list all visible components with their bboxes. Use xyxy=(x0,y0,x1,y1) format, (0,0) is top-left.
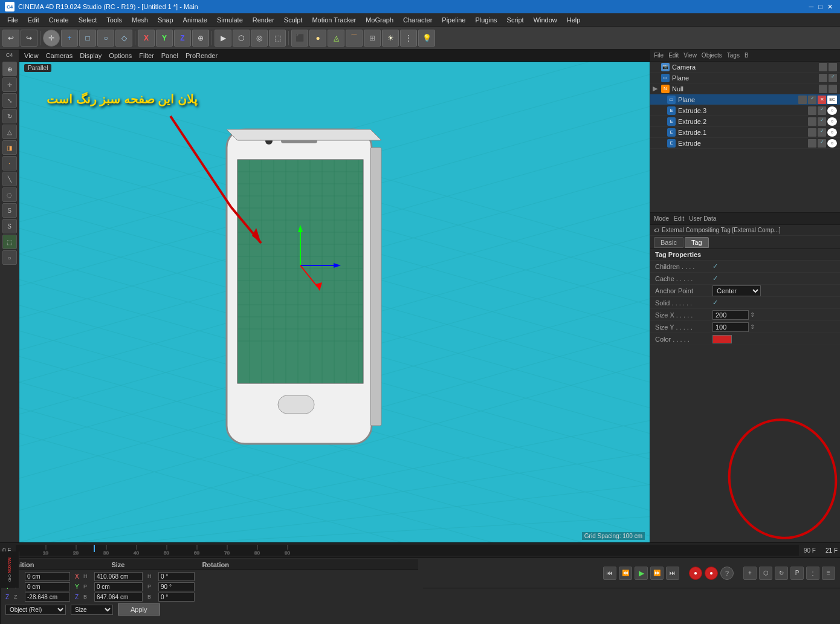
menu-render[interactable]: Render xyxy=(248,15,279,25)
grid3d[interactable]: ⋮ xyxy=(400,30,417,47)
apply-button[interactable]: Apply xyxy=(118,603,160,616)
menu-animate[interactable]: Animate xyxy=(178,15,212,25)
obj-extrude1[interactable]: E Extrude.1 ✓ ○ xyxy=(650,127,840,138)
menu-file[interactable]: File xyxy=(2,15,23,25)
light-icon[interactable]: 💡 xyxy=(418,30,435,47)
obj-camera[interactable]: 📷 Camera xyxy=(650,62,840,73)
cube3d[interactable]: ⬛ xyxy=(291,30,308,47)
window-maximize[interactable]: □ xyxy=(818,3,822,10)
record-btn[interactable]: ● xyxy=(689,567,702,580)
size-mode-dropdown[interactable]: Size Scale xyxy=(71,605,113,615)
menu-motiontracker[interactable]: Motion Tracker xyxy=(307,15,361,25)
vp-prorender[interactable]: ProRender xyxy=(186,52,218,59)
obj-extrude3[interactable]: E Extrude.3 ✓ ○ xyxy=(650,105,840,116)
left-tool-polygon[interactable]: △ xyxy=(2,125,17,139)
bend[interactable]: ⌒ xyxy=(346,30,363,47)
prop-sizex-spinner[interactable]: ⇕ xyxy=(750,311,755,318)
left-tool-select[interactable]: ⊕ xyxy=(2,62,17,76)
psr-rot-h-input[interactable] xyxy=(158,572,195,581)
cube-tool[interactable]: □ xyxy=(79,30,96,47)
x-axis[interactable]: X xyxy=(138,30,155,47)
transport-play[interactable]: ▶ xyxy=(635,567,648,580)
prop-sizey-input[interactable] xyxy=(712,322,749,332)
light3d[interactable]: ☀ xyxy=(382,30,399,47)
prop-sizex-input[interactable] xyxy=(712,310,749,320)
obj-plane-1[interactable]: ▭ Plane ✓ xyxy=(650,73,840,83)
menu-script[interactable]: Script xyxy=(502,15,529,25)
z-axis[interactable]: Z xyxy=(174,30,191,47)
deform[interactable]: ◬ xyxy=(328,30,344,47)
menu-sculpt[interactable]: Sculpt xyxy=(279,15,308,25)
vp-options[interactable]: Options xyxy=(109,52,132,59)
move-tool[interactable]: ✛ xyxy=(43,30,60,47)
menu-tools[interactable]: Tools xyxy=(102,15,127,25)
menu-simulate[interactable]: Simulate xyxy=(212,15,248,25)
menu-create[interactable]: Create xyxy=(44,15,74,25)
psr-pos-z-input[interactable] xyxy=(25,593,70,602)
menu-edit[interactable]: Edit xyxy=(23,15,44,25)
props-edit[interactable]: Edit xyxy=(674,215,684,222)
keyframe-btn[interactable]: ⬡ xyxy=(233,30,250,47)
menu-help[interactable]: Help xyxy=(562,15,586,25)
psr-pos-x-input[interactable] xyxy=(25,572,70,581)
obj-extrude[interactable]: E Extrude ✓ ○ xyxy=(650,138,840,149)
left-tool-scale[interactable]: ⤡ xyxy=(2,93,17,108)
region-render[interactable]: ⬚ xyxy=(269,30,286,47)
objmgr-b[interactable]: B xyxy=(745,52,749,59)
loop-btn[interactable]: ↻ xyxy=(775,567,788,580)
menu-select[interactable]: Select xyxy=(74,15,102,25)
left-tool-edge[interactable]: ◨ xyxy=(2,140,17,155)
psr-size-y-input[interactable] xyxy=(94,582,143,591)
menu-window[interactable]: Window xyxy=(529,15,562,25)
timeline-options[interactable]: ≡ xyxy=(822,567,835,580)
rotate-tool[interactable]: ○ xyxy=(97,30,114,47)
prop-children-check[interactable]: ✓ xyxy=(712,262,718,270)
psr-rot-p-input[interactable] xyxy=(158,582,195,591)
key-mode-btn[interactable]: ⬡ xyxy=(759,567,772,580)
obj-plane-selected[interactable]: ▭ Plane ✓ ✕ EC xyxy=(650,94,840,105)
window-close[interactable]: ✕ xyxy=(827,3,833,11)
menu-pipeline[interactable]: Pipeline xyxy=(437,15,470,25)
transport-next[interactable]: ⏩ xyxy=(650,567,664,580)
prop-cache-check[interactable]: ✓ xyxy=(712,275,718,282)
props-userdata[interactable]: User Data xyxy=(689,215,716,222)
left-tool-brush[interactable]: S xyxy=(2,219,17,233)
y-axis[interactable]: Y xyxy=(156,30,173,47)
grid-btn[interactable]: ⋮ xyxy=(806,567,819,580)
vp-panel[interactable]: Panel xyxy=(161,52,178,59)
menu-character[interactable]: Character xyxy=(398,15,437,25)
psr-pos-y-input[interactable] xyxy=(25,582,70,591)
camera3d[interactable]: ⊞ xyxy=(364,30,381,47)
psr-rot-b-input[interactable] xyxy=(158,593,195,602)
play-btn[interactable]: ▶ xyxy=(215,30,231,47)
window-minimize[interactable]: ─ xyxy=(809,3,814,10)
sphere3d[interactable]: ● xyxy=(309,30,326,47)
objmgr-file[interactable]: File xyxy=(654,52,664,59)
object-space-dropdown[interactable]: Object (Rel) Object (Abs) World xyxy=(5,605,66,615)
vp-display[interactable]: Display xyxy=(80,52,102,59)
menu-snap[interactable]: Snap xyxy=(153,15,178,25)
world-axis[interactable]: ⊕ xyxy=(192,30,209,47)
add-key-btn[interactable]: + xyxy=(743,567,757,580)
objmgr-tags[interactable]: Tags xyxy=(727,52,740,59)
tab-basic[interactable]: Basic xyxy=(654,237,683,248)
scale-tool[interactable]: ◇ xyxy=(115,30,132,47)
prop-anchor-dropdown[interactable]: Center Top Left Top Right xyxy=(712,285,761,296)
left-tool-layer[interactable]: ⬚ xyxy=(2,235,17,249)
extra-btn[interactable]: P xyxy=(790,567,804,580)
transport-start[interactable]: ⏮ xyxy=(603,567,616,580)
left-tool-move[interactable]: ✛ xyxy=(2,77,17,92)
menu-mograph[interactable]: MoGraph xyxy=(361,15,398,25)
timeline-ruler[interactable]: 10 20 30 40 50 60 70 80 90 xyxy=(16,545,799,556)
psr-size-z-input[interactable] xyxy=(94,593,143,602)
menu-mesh[interactable]: Mesh xyxy=(127,15,153,25)
color-swatch[interactable] xyxy=(712,335,732,343)
psr-size-x-input[interactable] xyxy=(94,572,143,581)
left-tool-anim[interactable]: ○ xyxy=(2,250,17,265)
viewport[interactable]: View Cameras Display Options Filter Pane… xyxy=(19,50,650,542)
vp-view[interactable]: View xyxy=(24,52,39,59)
menu-plugins[interactable]: Plugins xyxy=(470,15,502,25)
objmgr-edit[interactable]: Edit xyxy=(668,52,679,59)
vp-cameras[interactable]: Cameras xyxy=(46,52,73,59)
help-btn[interactable]: ? xyxy=(720,567,734,580)
